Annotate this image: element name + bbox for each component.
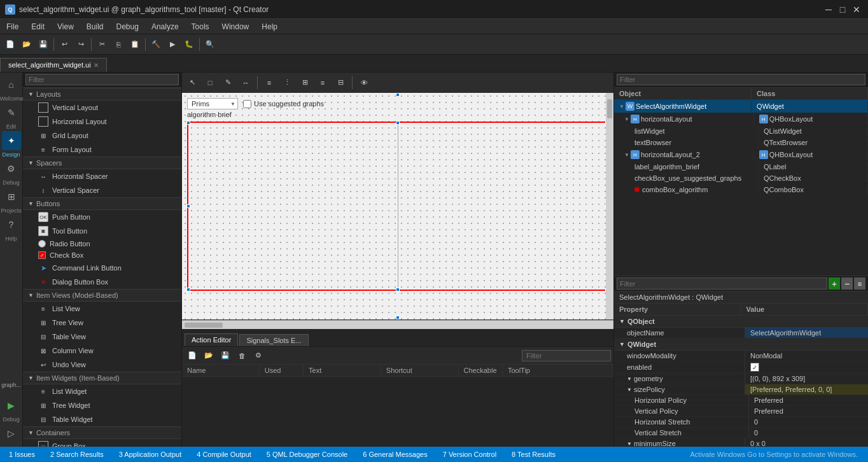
widget-grid-layout[interactable]: ⊞ Grid Layout — [23, 129, 181, 143]
widget-undo-view[interactable]: ↩ Undo View — [23, 358, 181, 372]
prop-more-button[interactable]: ≡ — [854, 277, 865, 290]
menu-tools[interactable]: Tools — [185, 19, 216, 34]
status-issues[interactable]: 1 Issues — [5, 451, 39, 458]
vertical-splitter[interactable] — [398, 123, 398, 290]
category-containers[interactable]: ▼ Containers — [23, 426, 181, 439]
toolbar-new[interactable]: 📄 — [3, 37, 18, 52]
sel-handle-bl[interactable] — [186, 288, 190, 291]
sel-handle-tc[interactable] — [396, 121, 400, 125]
toolbar-cut[interactable]: ✂ — [94, 37, 109, 52]
widget-vertical-spacer[interactable]: ↕ Vertical Spacer — [23, 183, 181, 197]
prop-minimumsize-value[interactable]: 0 x 0 — [745, 438, 868, 447]
prop-windowmodality-value[interactable]: NonModal — [745, 351, 868, 361]
design-layout-f[interactable]: ≡ — [315, 75, 330, 90]
sel-handle-bc[interactable] — [396, 288, 400, 291]
design-canvas-area[interactable]: Prims Use suggested graphs algorithm bri… — [182, 93, 613, 319]
tab-action-editor[interactable]: Action Editor — [185, 333, 238, 346]
widget-radio-button[interactable]: Radio Button — [23, 238, 181, 249]
design-layout-h[interactable]: ≡ — [262, 75, 277, 90]
design-tool-buddy[interactable]: ↔ — [238, 75, 253, 90]
sidebar-projects[interactable]: ⊞ — [2, 187, 21, 206]
category-spacers[interactable]: ▼ Spacers — [23, 157, 181, 169]
menu-view[interactable]: View — [51, 19, 80, 34]
action-new[interactable]: 📄 — [185, 348, 200, 363]
object-filter-input[interactable] — [617, 74, 865, 85]
tab-main-file[interactable]: select_algorithm_widget.ui ✕ — [0, 58, 107, 72]
obj-row-listwidget[interactable]: listWidget QListWidget — [614, 125, 868, 137]
prop-add-button[interactable]: + — [829, 277, 840, 290]
widget-column-view[interactable]: ⊠ Column View — [23, 344, 181, 358]
expand-icon-1[interactable]: ▼ — [619, 104, 624, 109]
widget-tree-view[interactable]: ⊞ Tree View — [23, 316, 181, 330]
obj-row-label-algobref[interactable]: label_algorithm_brief QLabel — [614, 161, 868, 172]
canvas-hscrollbar[interactable] — [182, 320, 613, 329]
toolbar-build[interactable]: 🔨 — [148, 37, 164, 52]
expand-icon-2[interactable]: ▼ — [624, 116, 629, 122]
design-layout-v[interactable]: ⋮ — [279, 75, 295, 90]
canvas-scrollbar[interactable] — [606, 93, 613, 319]
status-vcs[interactable]: 7 Version Control — [439, 451, 500, 458]
red-border-widget[interactable] — [187, 122, 608, 291]
design-tool-widget[interactable]: □ — [202, 75, 218, 90]
algo-combo-wrap[interactable]: Prims — [187, 98, 238, 109]
status-testresults[interactable]: 8 Test Results — [508, 451, 559, 458]
prop-vpolicy-value[interactable]: Preferred — [749, 406, 868, 416]
action-open[interactable]: 📂 — [201, 348, 216, 363]
toolbar-run[interactable]: ▶ — [165, 37, 180, 52]
toolbar-redo[interactable]: ↪ — [73, 37, 88, 52]
enabled-checkbox-icon[interactable]: ✓ — [750, 363, 759, 372]
menu-debug[interactable]: Debug — [110, 19, 145, 34]
sidebar-edit[interactable]: ✎ — [2, 103, 21, 122]
status-general[interactable]: 6 General Messages — [359, 451, 431, 458]
category-item-widgets[interactable]: ▼ Item Widgets (Item-Based) — [23, 372, 181, 384]
action-filter-input[interactable] — [522, 350, 611, 361]
sel-handle-ml[interactable] — [186, 204, 190, 208]
use-suggested-checkbox-label[interactable]: Use suggested graphs — [243, 100, 324, 108]
widget-command-link-button[interactable]: ➤ Command Link Button — [23, 261, 181, 275]
widget-dialog-button-box[interactable]: ✕ Dialog Button Box — [23, 275, 181, 289]
sidebar-run[interactable]: ▶ — [2, 396, 21, 415]
design-preview[interactable]: 👁 — [356, 75, 372, 90]
status-search[interactable]: 2 Search Results — [46, 451, 108, 458]
design-layout-break[interactable]: ⊟ — [333, 75, 348, 90]
widget-list-widget[interactable]: ≡ List Widget — [23, 384, 181, 398]
prop-vstretch-value[interactable]: 0 — [749, 428, 868, 438]
obj-row-hlayout[interactable]: ▼ H horizontalLayout H QHBoxLayout — [614, 113, 868, 125]
widget-horizontal-layout[interactable]: Horizontal Layout — [23, 115, 181, 129]
tab-signals-slots[interactable]: Signals_Slots E... — [239, 334, 308, 346]
toolbar-open[interactable]: 📂 — [19, 37, 34, 52]
toolbar-copy[interactable]: ⎘ — [111, 37, 126, 52]
widget-tree-widget[interactable]: ⊞ Tree Widget — [23, 398, 181, 412]
minimize-button[interactable]: ─ — [822, 3, 835, 16]
canvas-hscrollbar-thumb[interactable] — [185, 323, 223, 328]
toolbar-locate[interactable]: 🔍 — [202, 37, 218, 52]
algo-combo-select[interactable]: Prims — [187, 98, 238, 109]
widget-table-widget[interactable]: ⊟ Table Widget — [23, 412, 181, 426]
widget-group-box[interactable]: ▭ Group Box — [23, 439, 181, 447]
widget-filter-input[interactable] — [25, 74, 179, 85]
status-qmldbg[interactable]: 5 QML Debugger Console — [263, 451, 351, 458]
obj-row-combobox[interactable]: comboBox_algorithm QComboBox — [614, 184, 868, 195]
action-delete[interactable]: 🗑 — [234, 348, 249, 363]
canvas-scrollbar-thumb[interactable] — [607, 99, 612, 118]
expand-icon-3[interactable]: ▼ — [624, 152, 629, 158]
selection-handle-bc[interactable] — [396, 316, 400, 319]
prop-filter-input[interactable] — [617, 277, 827, 290]
use-suggested-checkbox[interactable] — [243, 100, 251, 108]
prop-enabled-value[interactable]: ✓ — [745, 361, 868, 373]
prop-cat-qobject[interactable]: ▼ QObject — [614, 316, 868, 328]
status-compileoutput[interactable]: 4 Compile Output — [193, 451, 255, 458]
prop-geometry-value[interactable]: [(0, 0), 892 x 309] — [745, 374, 868, 384]
prop-sizepolicy-value[interactable]: [Preferred, Preferred, 0, 0] — [745, 384, 868, 395]
prop-remove-button[interactable]: − — [841, 277, 853, 290]
widget-check-box[interactable]: ✓ Check Box — [23, 249, 181, 261]
geometry-expand-icon[interactable]: ▼ — [627, 376, 632, 382]
toolbar-paste[interactable]: 📋 — [127, 37, 143, 52]
menu-window[interactable]: Window — [216, 19, 256, 34]
menu-help[interactable]: Help — [255, 19, 284, 34]
widget-form-layout[interactable]: ≡ Form Layout — [23, 143, 181, 157]
sidebar-run2[interactable]: ▷ — [2, 424, 21, 443]
sel-handle-tl[interactable] — [186, 121, 190, 125]
sidebar-plugin1[interactable]: graph... — [2, 375, 21, 395]
menu-build[interactable]: Build — [80, 19, 110, 34]
